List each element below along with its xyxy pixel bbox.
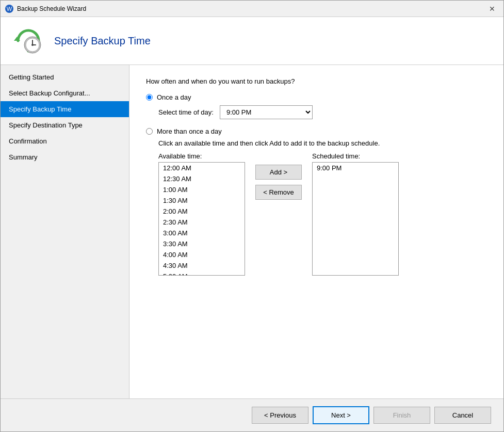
list-item[interactable]: 9:00 PM	[313, 163, 398, 173]
available-time-label: Available time:	[158, 152, 245, 160]
close-button[interactable]: ✕	[485, 2, 499, 16]
question-text: How often and when do you want to run ba…	[146, 77, 487, 85]
sidebar-item-specify-destination-type[interactable]: Specify Destination Type	[1, 117, 129, 133]
add-button[interactable]: Add >	[255, 165, 302, 180]
select-time-label: Select time of day:	[158, 108, 214, 116]
cancel-button[interactable]: Cancel	[434, 407, 491, 424]
list-item[interactable]: 2:00 AM	[159, 206, 245, 217]
title-bar: W Backup Schedule Wizard ✕	[1, 1, 503, 17]
once-a-day-radio[interactable]	[146, 94, 153, 101]
main-area: How often and when do you want to run ba…	[129, 65, 503, 398]
list-item[interactable]: 1:30 AM	[159, 195, 245, 206]
time-of-day-select[interactable]: 9:00 PM 12:00 AM 1:00 AM 2:00 AM 6:00 AM…	[220, 105, 313, 119]
remove-button[interactable]: < Remove	[255, 185, 302, 200]
sidebar-item-specify-backup-time[interactable]: Specify Backup Time	[1, 101, 129, 117]
more-than-once-label[interactable]: More than once a day	[146, 127, 487, 135]
window-icon: W	[5, 4, 14, 13]
sidebar: Getting StartedSelect Backup Configurat.…	[1, 65, 129, 398]
once-a-day-group: Once a day Select time of day: 9:00 PM 1…	[146, 93, 487, 119]
sidebar-item-confirmation[interactable]: Confirmation	[1, 133, 129, 149]
once-a-day-text: Once a day	[157, 93, 191, 101]
list-item[interactable]: 4:00 AM	[159, 249, 245, 260]
list-item[interactable]: 12:30 AM	[159, 173, 245, 184]
title-bar-text: Backup Schedule Wizard	[17, 5, 485, 12]
available-time-list[interactable]: 12:00 AM12:30 AM1:00 AM1:30 AM2:00 AM2:3…	[158, 162, 245, 276]
footer: < Previous Next > Finish Cancel	[1, 398, 503, 431]
previous-button[interactable]: < Previous	[252, 407, 308, 424]
scheduled-time-section: Scheduled time: 9:00 PM	[312, 152, 399, 276]
time-select-row: Select time of day: 9:00 PM 12:00 AM 1:0…	[158, 105, 487, 119]
scheduled-time-label: Scheduled time:	[312, 152, 399, 160]
page-title: Specify Backup Time	[54, 35, 151, 47]
time-lists: Available time: 12:00 AM12:30 AM1:00 AM1…	[158, 152, 487, 276]
more-than-once-text: More than once a day	[157, 127, 222, 135]
next-button[interactable]: Next >	[313, 406, 369, 424]
once-a-day-label[interactable]: Once a day	[146, 93, 487, 101]
list-item[interactable]: 3:30 AM	[159, 238, 245, 249]
list-item[interactable]: 4:30 AM	[159, 260, 245, 271]
content: Getting StartedSelect Backup Configurat.…	[1, 65, 503, 398]
list-item[interactable]: 12:00 AM	[159, 163, 245, 173]
finish-button[interactable]: Finish	[373, 407, 430, 424]
list-item[interactable]: 5:00 AM	[159, 271, 245, 276]
header: Specify Backup Time	[1, 17, 503, 65]
sidebar-item-getting-started[interactable]: Getting Started	[1, 69, 129, 85]
svg-point-7	[31, 44, 34, 46]
sidebar-item-select-backup-config[interactable]: Select Backup Configurat...	[1, 85, 129, 101]
backup-icon	[13, 25, 44, 56]
more-description-text: Click an available time and then click A…	[158, 139, 487, 147]
list-item[interactable]: 1:00 AM	[159, 184, 245, 195]
available-time-section: Available time: 12:00 AM12:30 AM1:00 AM1…	[158, 152, 245, 276]
list-item[interactable]: 2:30 AM	[159, 217, 245, 228]
list-action-buttons: Add > < Remove	[245, 165, 312, 200]
list-item[interactable]: 3:00 AM	[159, 228, 245, 238]
sidebar-item-summary[interactable]: Summary	[1, 149, 129, 165]
window: W Backup Schedule Wizard ✕ Specify Backu…	[0, 0, 504, 432]
svg-text:W: W	[7, 6, 12, 12]
more-than-once-radio[interactable]	[146, 128, 153, 135]
scheduled-time-list[interactable]: 9:00 PM	[312, 162, 399, 276]
more-than-once-group: More than once a day Click an available …	[146, 127, 487, 276]
